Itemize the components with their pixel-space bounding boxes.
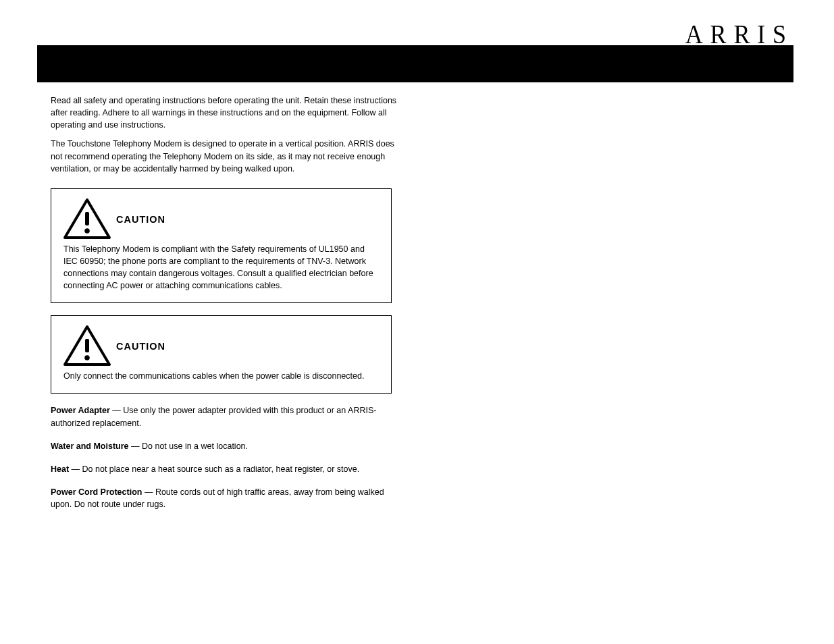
caution-header: CAUTION: [62, 197, 380, 242]
caution-text: This Telephony Modem is compliant with t…: [62, 243, 380, 292]
intro-paragraph-1: Read all safety and operating instructio…: [51, 95, 402, 131]
section-heading: Power Adapter: [51, 406, 110, 415]
section-water: Water and Moisture — Do not use in a wet…: [51, 440, 402, 452]
svg-point-1: [84, 228, 90, 234]
caution-box-2: CAUTION Only connect the communications …: [51, 315, 392, 394]
section-text: Do not use in a wet location.: [142, 441, 248, 451]
caution-label: CAUTION: [116, 214, 165, 225]
section-cord: Power Cord Protection — Route cords out …: [51, 486, 402, 510]
caution-text: Only connect the communications cables w…: [62, 370, 380, 382]
page: ARRIS Read all safety and operating inst…: [0, 0, 834, 644]
warning-icon: [62, 324, 112, 369]
section-power-adapter: Power Adapter — Use only the power adapt…: [51, 404, 402, 429]
caution-header: CAUTION: [62, 324, 380, 369]
section-heading: Water and Moisture: [51, 441, 129, 451]
svg-rect-2: [85, 339, 89, 352]
section-heat: Heat — Do not place near a heat source s…: [51, 463, 402, 475]
warning-icon: [62, 197, 112, 242]
svg-point-3: [84, 355, 90, 360]
section-heading: Power Cord Protection: [51, 487, 142, 497]
section-heading: Heat: [51, 464, 69, 474]
intro-paragraph-2: The Touchstone Telephony Modem is design…: [51, 138, 402, 174]
section-text: Do not place near a heat source such as …: [82, 464, 360, 474]
caution-box-1: CAUTION This Telephony Modem is complian…: [51, 188, 392, 304]
svg-rect-0: [85, 212, 89, 225]
main-content: Read all safety and operating instructio…: [51, 95, 402, 510]
caution-label: CAUTION: [116, 341, 165, 352]
header-bar: [37, 45, 793, 82]
